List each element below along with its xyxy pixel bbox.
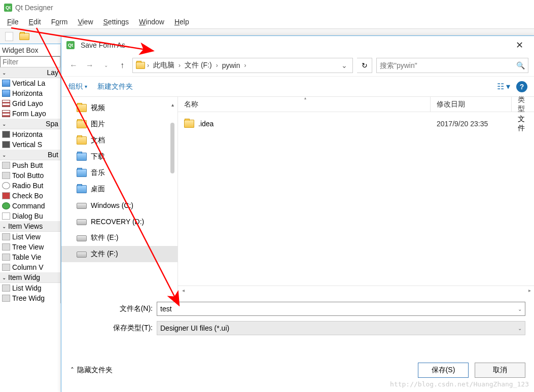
- widget-table-view[interactable]: Table Vie: [0, 252, 60, 262]
- save-button[interactable]: 保存(S): [418, 363, 469, 378]
- widget-horizontal-layout[interactable]: Horizonta: [0, 88, 60, 98]
- widget-tree-view[interactable]: Tree View: [0, 242, 60, 252]
- widget-vertical-spacer[interactable]: Vertical S: [0, 139, 60, 150]
- qt-app-icon: Qt: [4, 4, 12, 12]
- menu-settings[interactable]: Settings: [98, 17, 134, 27]
- file-row[interactable]: .idea 2017/9/20 23:35 文件: [178, 116, 534, 131]
- search-box[interactable]: 🔍: [376, 58, 528, 73]
- file-name: .idea: [198, 120, 213, 128]
- filetype-select[interactable]: Designer UI files (*.ui) ⌄: [157, 321, 525, 335]
- widget-tool-button[interactable]: Tool Butto: [0, 170, 60, 181]
- scroll-left-icon[interactable]: ◂: [179, 288, 187, 293]
- tree-pictures[interactable]: 图片: [61, 116, 177, 132]
- new-folder-button[interactable]: 新建文件夹: [97, 82, 133, 91]
- widget-form-layout[interactable]: Form Layo: [0, 109, 60, 119]
- tree-desktop[interactable]: 桌面: [61, 181, 177, 197]
- hide-folders-button[interactable]: ˄ 隐藏文件夹: [70, 366, 113, 375]
- cancel-button[interactable]: 取消: [475, 363, 525, 378]
- column-type[interactable]: 类型: [512, 97, 534, 112]
- tree-music[interactable]: 音乐: [61, 165, 177, 181]
- dialog-form: 文件名(N): ⌄ 保存类型(T): Designer UI files (*.…: [61, 295, 534, 347]
- help-button[interactable]: ?: [516, 81, 527, 92]
- breadcrumb-pc[interactable]: 此电脑: [151, 60, 176, 71]
- chevron-up-icon: ˄: [70, 366, 74, 374]
- widget-check-box[interactable]: Check Bo: [0, 191, 60, 201]
- filetype-label: 保存类型(T):: [70, 324, 157, 333]
- column-date[interactable]: 修改日期: [431, 97, 512, 112]
- widget-box-panel: Widget Box ⌄Lay Vertical La Horizonta Gr…: [0, 45, 61, 303]
- scroll-thumb[interactable]: [170, 123, 174, 173]
- search-input[interactable]: [380, 61, 516, 69]
- chevron-right-icon: ›: [244, 62, 246, 69]
- breadcrumb-dropdown[interactable]: ⌄: [339, 61, 349, 69]
- widget-dialog-button-box[interactable]: Dialog Bu: [0, 211, 60, 221]
- category-buttons[interactable]: ⌄But: [0, 150, 60, 160]
- widget-grid-layout[interactable]: Grid Layo: [0, 98, 60, 109]
- widget-command-link[interactable]: Command: [0, 201, 60, 211]
- chevron-right-icon: ›: [179, 62, 181, 69]
- back-button[interactable]: ←: [67, 59, 80, 72]
- tree-downloads[interactable]: 下载: [61, 149, 177, 165]
- menu-window[interactable]: Window: [134, 17, 169, 27]
- category-layouts[interactable]: ⌄Lay: [0, 67, 60, 78]
- menu-file[interactable]: File: [2, 17, 24, 27]
- dialog-app-icon: Qt: [66, 41, 75, 49]
- menubar: File Edit Form View Settings Window Help: [0, 15, 534, 28]
- tree-drive-e[interactable]: 软件 (E:): [61, 230, 177, 246]
- breadcrumb-drive[interactable]: 文件 (F:): [183, 60, 214, 71]
- scroll-up-icon[interactable]: ▴: [171, 102, 174, 108]
- tree-drive-d[interactable]: RECOVERY (D:): [61, 213, 177, 230]
- horizontal-scrollbar[interactable]: ◂ ▸: [178, 286, 534, 295]
- file-list[interactable]: .idea 2017/9/20 23:35 文件: [178, 112, 534, 286]
- main-titlebar: Qt Qt Designer: [0, 0, 534, 15]
- tree-documents[interactable]: 文档: [61, 132, 177, 149]
- menu-help[interactable]: Help: [169, 17, 194, 27]
- widget-horizontal-spacer[interactable]: Horizonta: [0, 129, 60, 139]
- widget-column-view[interactable]: Column V: [0, 262, 60, 272]
- folder-tree: 视频 图片 文档 下载 音乐 桌面 Windows (C:) RECOVERY …: [61, 97, 178, 295]
- breadcrumb-folder-icon: [136, 62, 145, 69]
- menu-form[interactable]: Form: [46, 17, 73, 27]
- widget-filter-input[interactable]: [0, 56, 60, 67]
- filename-input[interactable]: [160, 305, 515, 313]
- scroll-right-icon[interactable]: ▸: [525, 288, 533, 293]
- widget-vertical-layout[interactable]: Vertical La: [0, 78, 60, 88]
- breadcrumb-folder[interactable]: pywin: [220, 60, 242, 70]
- refresh-button[interactable]: ↻: [357, 58, 372, 73]
- save-dialog: QtSave Form As ✕ ← → ⌄ ↑ › 此电脑 › 文件 (F:)…: [61, 35, 534, 392]
- filename-input-wrap: ⌄: [157, 302, 525, 316]
- category-spacers[interactable]: ⌄Spa: [0, 119, 60, 129]
- open-file-button[interactable]: [18, 30, 30, 43]
- tree-drive-f[interactable]: 文件 (F:): [61, 246, 177, 262]
- widget-tree-widget[interactable]: Tree Widg: [0, 293, 60, 303]
- dialog-footer: ˄ 隐藏文件夹 保存(S) 取消: [61, 347, 534, 385]
- menu-view[interactable]: View: [73, 17, 98, 27]
- tree-scrollbar[interactable]: ▴: [168, 102, 176, 189]
- chevron-right-icon: ›: [147, 62, 149, 69]
- tree-videos[interactable]: 视频: [61, 100, 177, 116]
- column-name[interactable]: 名称▴: [178, 97, 431, 112]
- widget-radio-button[interactable]: Radio But: [0, 181, 60, 191]
- app-title: Qt Designer: [15, 4, 53, 12]
- recent-button[interactable]: ⌄: [100, 59, 112, 72]
- filename-dropdown-icon[interactable]: ⌄: [515, 306, 522, 312]
- tree-drive-c[interactable]: Windows (C:): [61, 197, 177, 213]
- dialog-titlebar[interactable]: QtSave Form As ✕: [61, 36, 534, 54]
- up-button[interactable]: ↑: [116, 59, 128, 72]
- widget-list-widget[interactable]: List Widg: [0, 283, 60, 293]
- category-item-widgets[interactable]: ⌄Item Widg: [0, 272, 60, 283]
- breadcrumb[interactable]: › 此电脑 › 文件 (F:) › pywin › ⌄: [132, 58, 353, 73]
- search-icon[interactable]: 🔍: [516, 61, 525, 69]
- menu-edit[interactable]: Edit: [24, 17, 46, 27]
- file-date: 2017/9/20 23:35: [431, 120, 512, 128]
- new-file-button[interactable]: [3, 30, 15, 43]
- widget-push-button[interactable]: Push Butt: [0, 160, 60, 170]
- close-button[interactable]: ✕: [509, 38, 529, 53]
- view-mode-button[interactable]: ☷ ▾: [497, 82, 510, 91]
- widget-list-view[interactable]: List View: [0, 232, 60, 242]
- forward-button: →: [84, 59, 96, 72]
- organize-button[interactable]: 组织▾: [68, 82, 87, 91]
- category-item-views[interactable]: ⌄Item Views: [0, 221, 60, 232]
- filetype-dropdown-icon: ⌄: [518, 326, 522, 331]
- sort-indicator-icon: ▴: [304, 96, 306, 100]
